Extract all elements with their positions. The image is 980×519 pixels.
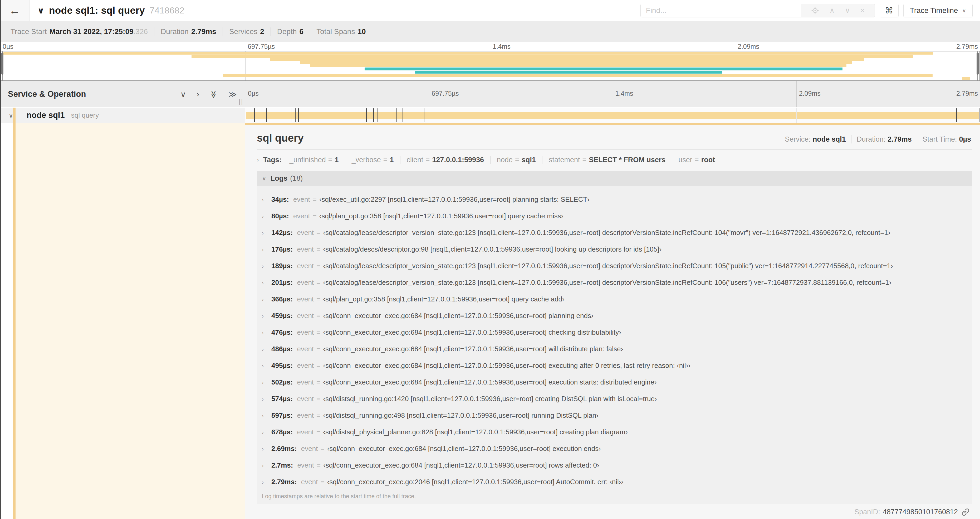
trace-info-item: Depth6	[271, 27, 310, 36]
chevron-right-icon[interactable]: ›	[262, 230, 271, 236]
log-row[interactable]: ›2.69ms:event=‹sql/conn_executor_exec.go…	[262, 441, 972, 457]
chevron-right-icon[interactable]: ›	[262, 279, 271, 286]
collapse-all-icon[interactable]: ≫	[209, 90, 218, 98]
minimap-left-grip[interactable]	[1, 53, 3, 75]
log-row[interactable]: ›176µs:event=‹sql/catalog/descs/descript…	[262, 241, 972, 258]
log-row[interactable]: ›476µs:event=‹sql/conn_executor_exec.go:…	[262, 324, 972, 341]
log-event-tick	[366, 109, 367, 122]
chevron-right-icon[interactable]: ›	[262, 462, 271, 469]
trace-collapse-chevron-icon[interactable]: ∨	[37, 6, 44, 16]
expand-all-icon[interactable]: ≫	[229, 89, 237, 99]
log-row[interactable]: ›201µs:event=‹sql/catalog/lease/descript…	[262, 274, 972, 291]
span-timeline-cell	[245, 108, 980, 123]
log-value: ‹sql/catalog/lease/descriptor_version_st…	[323, 262, 893, 270]
span-color-stripe	[13, 108, 16, 123]
equals-sign: =	[317, 461, 321, 469]
tag-item[interactable]: user=root	[672, 156, 721, 164]
equals-sign: =	[582, 156, 586, 164]
collapse-one-icon[interactable]: ∨	[180, 89, 186, 99]
equals-sign: =	[317, 328, 320, 337]
log-timestamp: 459µs:	[271, 312, 293, 320]
keyboard-shortcuts-button[interactable]: ⌘	[880, 4, 899, 18]
find-clear-icon[interactable]: ×	[860, 6, 864, 15]
tag-item[interactable]: statement=SELECT * FROM users	[542, 156, 672, 164]
minimap-span-bar	[300, 61, 852, 64]
span-name-cell[interactable]: ∨ node sql1 sql query	[0, 108, 245, 123]
log-row[interactable]: ›678µs:event=‹sql/distsql_physical_plann…	[262, 424, 972, 441]
log-timestamp: 176µs:	[271, 245, 293, 254]
back-button[interactable]: ←	[0, 0, 30, 21]
tag-item[interactable]: node=sql1	[490, 156, 542, 164]
chevron-right-icon[interactable]: ›	[262, 412, 271, 419]
trace-minimap[interactable]	[0, 51, 980, 81]
log-row[interactable]: ›486µs:event=‹sql/conn_executor_exec.go:…	[262, 341, 972, 357]
minimap-right-grip[interactable]	[977, 53, 979, 75]
log-timestamp: 495µs:	[271, 362, 293, 370]
chevron-right-icon[interactable]: ›	[262, 379, 271, 386]
find-controls: ∧ ∨ ×	[801, 4, 875, 17]
log-row[interactable]: ›574µs:event=‹sql/distsql_running.go:142…	[262, 391, 972, 407]
chevron-right-icon[interactable]: ›	[262, 329, 271, 336]
log-row[interactable]: ›2.79ms:event=‹sql/conn_executor_exec.go…	[262, 474, 972, 490]
tag-item[interactable]: client=127.0.0.1:59936	[401, 156, 491, 164]
equals-sign: =	[317, 295, 320, 303]
chevron-right-icon[interactable]: ›	[262, 346, 271, 352]
chevron-right-icon[interactable]: ›	[262, 446, 271, 452]
log-key: event	[301, 478, 318, 486]
span-operation-name: sql query	[71, 111, 99, 120]
log-row[interactable]: ›366µs:event=‹sql/plan_opt.go:358 [nsql1…	[262, 291, 972, 308]
chevron-right-icon[interactable]: ›	[262, 396, 271, 402]
trace-view-selector[interactable]: Trace Timeline ∨	[903, 4, 973, 18]
equals-sign: =	[317, 278, 320, 287]
chevron-right-icon[interactable]: ›	[262, 246, 271, 252]
log-row[interactable]: ›502µs:event=‹sql/conn_executor_exec.go:…	[262, 374, 972, 391]
chevron-right-icon[interactable]: ›	[262, 429, 271, 435]
ruler-tick-label: 697.75µs	[431, 89, 459, 97]
log-row[interactable]: ›2.7ms:event=‹sql/conn_executor_exec.go:…	[262, 457, 972, 474]
chevron-right-icon[interactable]: ›	[262, 363, 271, 369]
chevron-right-icon[interactable]: ›	[257, 156, 259, 163]
find-next-icon[interactable]: ∨	[845, 6, 850, 15]
log-timestamp: 502µs:	[271, 378, 293, 386]
logs-header[interactable]: ∨ Logs (18)	[257, 171, 972, 186]
chevron-right-icon[interactable]: ›	[262, 263, 271, 269]
ruler-tick-label: 0µs	[248, 89, 259, 97]
chevron-right-icon[interactable]: ›	[262, 479, 271, 485]
minimap-left-scrubber[interactable]	[2, 51, 3, 80]
ruler-tick-label: 2.09ms	[738, 43, 759, 50]
span-collapse-chevron-icon[interactable]: ∨	[8, 111, 13, 120]
log-row[interactable]: ›189µs:event=‹sql/catalog/lease/descript…	[262, 258, 972, 274]
log-row[interactable]: ›459µs:event=‹sql/conn_executor_exec.go:…	[262, 308, 972, 324]
find-prev-icon[interactable]: ∧	[829, 6, 835, 15]
log-event-tick	[424, 109, 425, 122]
tag-value: SELECT * FROM users	[589, 156, 665, 164]
log-row[interactable]: ›80µs:event=‹sql/plan_opt.go:358 [nsql1,…	[262, 208, 972, 224]
tag-item[interactable]: _unfinished=1	[283, 156, 345, 164]
expand-one-icon[interactable]: ›	[197, 89, 199, 99]
log-key: event	[297, 328, 314, 337]
span-service-name[interactable]: node sql1	[27, 110, 65, 120]
chevron-right-icon[interactable]: ›	[262, 313, 271, 319]
column-resize-grip[interactable]: ||	[239, 97, 243, 105]
log-row[interactable]: ›34µs:event=‹sql/exec_util.go:2297 [nsql…	[262, 191, 972, 208]
chevron-right-icon[interactable]: ›	[262, 213, 271, 219]
find-input[interactable]	[641, 4, 801, 17]
log-key: event	[297, 345, 314, 353]
detail-divider	[257, 149, 972, 150]
chevron-right-icon[interactable]: ›	[262, 296, 271, 302]
log-row[interactable]: ›597µs:event=‹sql/distsql_running.go:498…	[262, 407, 972, 424]
equals-sign: =	[515, 156, 519, 164]
log-event-tick	[956, 109, 957, 122]
log-row[interactable]: ›142µs:event=‹sql/catalog/lease/descript…	[262, 224, 972, 241]
tag-item[interactable]: _verbose=1	[345, 156, 401, 164]
locate-icon[interactable]	[811, 6, 819, 15]
deep-link-icon[interactable]	[962, 508, 969, 516]
chevron-right-icon[interactable]: ›	[262, 196, 271, 203]
minimap-right-scrubber[interactable]	[977, 51, 978, 80]
log-value: ‹sql/conn_executor_exec.go:684 [nsql1,cl…	[323, 312, 593, 320]
log-timestamp: 2.69ms:	[271, 445, 297, 453]
log-row[interactable]: ›495µs:event=‹sql/conn_executor_exec.go:…	[262, 357, 972, 374]
trace-info-label: Duration	[161, 27, 189, 35]
tags-row[interactable]: › Tags: _unfinished=1_verbose=1client=12…	[257, 156, 972, 164]
tags-label[interactable]: Tags:	[263, 156, 282, 164]
